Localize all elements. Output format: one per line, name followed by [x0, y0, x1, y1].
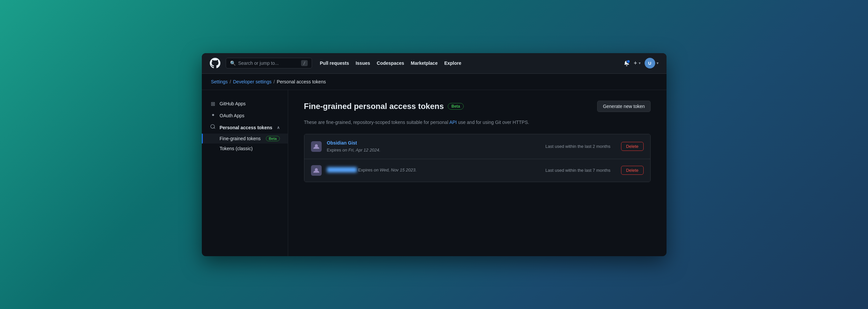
search-placeholder: Search or jump to...: [238, 60, 299, 66]
search-icon: 🔍: [230, 60, 236, 66]
sidebar-tokens-classic[interactable]: Tokens (classic): [202, 143, 288, 153]
content-description: These are fine-grained, repository-scope…: [304, 119, 651, 126]
notifications-button[interactable]: [624, 60, 630, 66]
page-title: Fine-grained personal access tokens: [304, 102, 444, 111]
fine-grained-beta-badge: Beta: [266, 136, 280, 141]
token-info-2: Expires on Wed, Nov 15 2023.: [327, 167, 540, 174]
sidebar-oauth-apps-label: OAuth Apps: [220, 113, 245, 118]
content-header: Fine-grained personal access tokens Beta…: [304, 101, 651, 112]
sidebar-github-apps-label: GitHub Apps: [220, 101, 246, 106]
chevron-up-icon: ∧: [277, 125, 280, 130]
breadcrumb-current: Personal access tokens: [277, 79, 326, 84]
sidebar-personal-tokens-label: Personal access tokens: [220, 125, 273, 130]
plus-icon: +: [634, 60, 637, 67]
breadcrumb-sep-1: /: [230, 79, 231, 84]
sidebar-item-github-apps[interactable]: ⊞ GitHub Apps: [202, 98, 288, 110]
breadcrumb-sep-2: /: [274, 79, 275, 84]
nav-issues[interactable]: Issues: [355, 60, 370, 66]
svg-point-0: [212, 114, 214, 116]
token-last-used-1: Last used within the last 2 months: [545, 144, 611, 149]
header-nav: Pull requests Issues Codespaces Marketpl…: [320, 60, 461, 66]
header: 🔍 Search or jump to... / Pull requests I…: [202, 53, 666, 74]
generate-new-token-button[interactable]: Generate new token: [597, 101, 650, 112]
sidebar-fine-grained-tokens[interactable]: Fine-grained tokens Beta: [202, 134, 288, 143]
new-button[interactable]: + ▾: [634, 60, 641, 67]
description-text: These are fine-grained, repository-scope…: [304, 120, 448, 125]
token-name-2: [327, 167, 357, 172]
expiry-pretext-2: on: [374, 167, 378, 172]
delete-token-2-button[interactable]: Delete: [621, 166, 644, 175]
search-kbd: /: [301, 60, 307, 66]
breadcrumb: Settings / Developer settings / Personal…: [211, 79, 657, 84]
token-info-1: Obsidian Gist Expires on Fri, Apr 12 202…: [327, 140, 540, 153]
avatar: U: [645, 58, 655, 68]
search-bar[interactable]: 🔍 Search or jump to... /: [226, 58, 312, 68]
github-logo[interactable]: [210, 58, 220, 68]
token-expiry-1: Expires on Fri, Apr 12 2024.: [327, 147, 380, 152]
page-title-badge: Beta: [448, 103, 464, 110]
token-avatar-1: [311, 141, 322, 152]
header-actions: + ▾ U ▾: [624, 58, 658, 68]
expiry-label-2: Expires: [358, 167, 372, 172]
user-menu[interactable]: U ▾: [645, 58, 658, 68]
expiry-date-2: Wed, Nov 15 2023: [380, 167, 415, 172]
apps-icon: ⊞: [210, 101, 216, 107]
delete-token-1-button[interactable]: Delete: [621, 142, 644, 151]
expiry-label-1: Expires: [327, 147, 341, 152]
sidebar-tokens-classic-label: Tokens (classic): [220, 146, 253, 151]
description-suffix: use and for using Git over HTTPS.: [458, 120, 529, 125]
sidebar-fine-grained-label: Fine-grained tokens: [220, 136, 261, 141]
nav-marketplace[interactable]: Marketplace: [411, 60, 438, 66]
main-window: 🔍 Search or jump to... / Pull requests I…: [202, 53, 666, 256]
token-last-used-2: Last used within the last 7 months: [545, 168, 611, 173]
sidebar-sub-menu: Fine-grained tokens Beta Tokens (classic…: [202, 134, 288, 153]
nav-pull-requests[interactable]: Pull requests: [320, 60, 349, 66]
token-expiry-2: Expires on Wed, Nov 15 2023.: [358, 167, 416, 172]
expiry-date-1: Fri, Apr 12 2024: [348, 147, 379, 152]
breadcrumb-settings[interactable]: Settings: [211, 79, 228, 84]
token-row: Expires on Wed, Nov 15 2023. Last used w…: [304, 159, 650, 182]
api-link[interactable]: API: [450, 120, 457, 125]
avatar-dropdown-icon: ▾: [657, 61, 658, 65]
token-list: Obsidian Gist Expires on Fri, Apr 12 202…: [304, 134, 651, 182]
token-row: Obsidian Gist Expires on Fri, Apr 12 202…: [304, 134, 650, 159]
sidebar-item-personal-access-tokens[interactable]: Personal access tokens ∧: [202, 121, 288, 134]
breadcrumb-bar: Settings / Developer settings / Personal…: [202, 74, 666, 90]
oauth-icon: [210, 112, 216, 119]
main-layout: ⊞ GitHub Apps OAuth Apps: [202, 90, 666, 256]
nav-codespaces[interactable]: Codespaces: [377, 60, 404, 66]
token-name-1[interactable]: Obsidian Gist: [327, 140, 540, 145]
token-avatar-2: [311, 165, 322, 176]
breadcrumb-developer-settings[interactable]: Developer settings: [233, 79, 272, 84]
sidebar: ⊞ GitHub Apps OAuth Apps: [202, 90, 288, 256]
new-dropdown-icon: ▾: [639, 61, 641, 65]
expiry-pretext-1: on: [342, 147, 347, 152]
sidebar-item-oauth-apps[interactable]: OAuth Apps: [202, 110, 288, 121]
main-content: Fine-grained personal access tokens Beta…: [288, 90, 666, 256]
key-icon: [210, 124, 216, 131]
content-title-group: Fine-grained personal access tokens Beta: [304, 102, 464, 111]
nav-explore[interactable]: Explore: [444, 60, 461, 66]
